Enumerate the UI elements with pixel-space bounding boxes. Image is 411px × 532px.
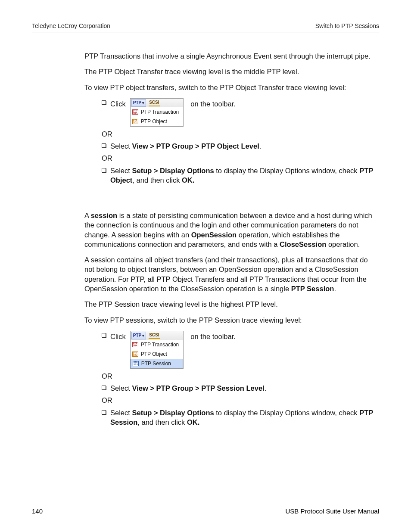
intro-p3: To view PTP object transfers, switch to … — [84, 83, 379, 92]
menu-item-ptp-transaction[interactable]: PTPTRA PTP Transaction — [131, 340, 184, 349]
menu-item-label: PTP Session — [141, 360, 171, 367]
body-content: PTP Transactions that involve a single A… — [84, 51, 379, 427]
bullet-icon — [102, 100, 106, 105]
bold-text: Setup > Display Options — [132, 409, 214, 417]
text: to display the Display Options window, c… — [214, 167, 360, 174]
bullet-icon — [102, 386, 106, 390]
or-text: OR — [102, 153, 379, 163]
bold-text: View > PTP Group > PTP Session Level — [132, 384, 264, 392]
scsi-label[interactable]: SCSI — [149, 100, 159, 106]
menu-item-label: PTP Transaction — [141, 341, 179, 348]
select-view-line: Select View > PTP Group > PTP Object Lev… — [110, 141, 379, 151]
text: to display the Display Options window, c… — [214, 409, 360, 417]
ptp-label: PTP — [133, 333, 141, 339]
or-text: OR — [102, 129, 379, 139]
bold-text: Setup > Display Options — [132, 167, 214, 174]
text: Select — [110, 409, 132, 417]
bold-text: OpenSession — [191, 231, 237, 239]
ptp-button[interactable]: PTP ▾ — [131, 99, 146, 107]
bullet-icon — [102, 410, 106, 414]
select-setup-line: Select Setup > Display Options to displa… — [110, 166, 379, 185]
on-toolbar-text: on the toolbar. — [190, 332, 236, 341]
menu-item-label: PTP Object — [141, 351, 167, 358]
bold-text: session — [91, 212, 117, 219]
intro-p2: The PTP Object Transfer trace viewing le… — [84, 67, 379, 76]
bold-text: CloseSession — [280, 240, 326, 248]
menu-item-ptp-session[interactable]: PTPSES PTP Session — [131, 359, 184, 368]
session-p4: To view PTP sessions, switch to the PTP … — [84, 315, 379, 325]
text: Select — [110, 167, 132, 174]
intro-p1: PTP Transactions that involve a single A… — [84, 51, 379, 61]
text: . — [265, 384, 267, 392]
ptp-dropdown-menu: PTP ▾ SCSI PTPTRA PTP Transaction PTPOBJ — [130, 98, 184, 127]
click-label: Click — [110, 332, 126, 341]
header-right: Switch to PTP Sessions — [315, 22, 379, 29]
menu-item-label: PTP Transaction — [141, 109, 179, 115]
text: , and then click — [132, 176, 182, 184]
ptp-transaction-icon: PTPTRA — [132, 342, 138, 347]
dropdown-arrow-icon: ▾ — [142, 333, 144, 338]
ptp-button[interactable]: PTP ▾ — [131, 332, 146, 339]
bullet-icon — [102, 168, 106, 172]
page-header: Teledyne LeCroy Corporation Switch to PT… — [32, 22, 379, 32]
bold-text: OK. — [187, 418, 199, 426]
bold-text: View > PTP Group > PTP Object Level — [132, 142, 259, 150]
session-p1: A session is a state of persisting commu… — [84, 211, 379, 249]
click-label: Click — [110, 99, 126, 109]
or-text: OR — [102, 371, 379, 381]
menu-item-ptp-object[interactable]: PTPOBJ PTP Object — [131, 117, 184, 126]
session-p3: The PTP Session trace viewing level is t… — [84, 299, 379, 309]
menu-item-label: PTP Object — [141, 118, 167, 125]
text: , and then click — [137, 418, 187, 426]
ptp-object-icon: PTPOBJ — [132, 119, 138, 124]
session-p2: A session contains all object transfers … — [84, 255, 379, 293]
on-toolbar-text: on the toolbar. — [190, 99, 236, 109]
footer-title: USB Protocol Suite User Manual — [285, 507, 379, 515]
bullet-icon — [102, 143, 106, 148]
ptp-session-icon: PTPSES — [133, 361, 139, 366]
bold-text: OK. — [182, 176, 194, 184]
menu-item-ptp-object[interactable]: PTPOBJ PTP Object — [131, 349, 184, 359]
bold-text: PTP Session — [291, 285, 334, 292]
text: . — [334, 285, 336, 292]
select-setup-line: Select Setup > Display Options to displa… — [110, 408, 379, 427]
text: . — [259, 142, 262, 150]
dropdown-arrow-icon: ▾ — [142, 100, 144, 106]
text: Select — [110, 384, 132, 392]
text: A — [84, 212, 91, 219]
text: operation. — [326, 240, 360, 248]
select-view-line: Select View > PTP Group > PTP Session Le… — [110, 383, 379, 393]
text: Select — [110, 142, 132, 150]
ptp-transaction-icon: PTPTRA — [132, 109, 138, 115]
ptp-object-icon: PTPOBJ — [132, 352, 138, 357]
menu-item-ptp-transaction[interactable]: PTPTRA PTP Transaction — [131, 107, 184, 117]
header-left: Teledyne LeCroy Corporation — [32, 22, 110, 29]
or-text: OR — [102, 395, 379, 405]
scsi-label[interactable]: SCSI — [149, 332, 159, 339]
ptp-dropdown-menu: PTP ▾ SCSI PTPTRA PTP Transaction PTPOBJ — [130, 331, 184, 369]
page-number: 140 — [32, 507, 43, 515]
bullet-icon — [102, 333, 106, 337]
page-footer: 140 USB Protocol Suite User Manual — [32, 507, 379, 515]
ptp-label: PTP — [133, 100, 141, 106]
